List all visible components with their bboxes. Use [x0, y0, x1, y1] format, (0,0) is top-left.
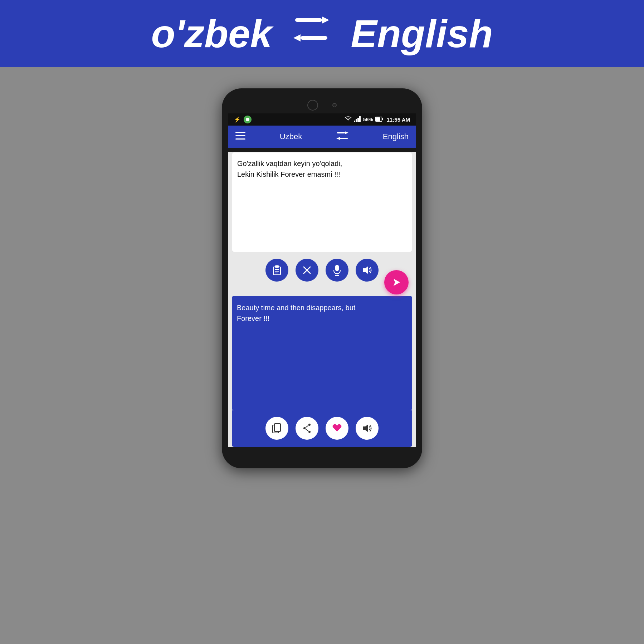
- share-button[interactable]: [296, 417, 318, 440]
- favorite-button[interactable]: [326, 417, 348, 440]
- phone-bottom: [228, 447, 416, 458]
- svg-rect-14: [235, 138, 245, 140]
- svg-rect-26: [335, 265, 339, 271]
- svg-rect-6: [356, 119, 357, 122]
- app-swap-icon[interactable]: [336, 131, 348, 143]
- clear-button[interactable]: [296, 259, 318, 282]
- svg-rect-20: [275, 265, 279, 268]
- action-buttons-row: [228, 252, 416, 285]
- input-text: Go'zallik vaqtdan keyin yo'qoladi,Lekin …: [237, 158, 407, 180]
- svg-point-33: [308, 424, 311, 426]
- top-banner: o'zbek English: [0, 0, 644, 67]
- svg-rect-32: [274, 424, 280, 431]
- status-right-info: 56% 11:55 AM: [345, 116, 410, 123]
- status-time: 11:55 AM: [387, 117, 410, 123]
- svg-marker-16: [345, 131, 348, 134]
- svg-line-37: [306, 429, 308, 431]
- input-area[interactable]: Go'zallik vaqtdan keyin yo'qoladi,Lekin …: [232, 152, 412, 252]
- svg-rect-5: [354, 121, 355, 122]
- phone: ⚡ 56%: [222, 88, 422, 468]
- svg-marker-29: [363, 266, 368, 274]
- earpiece: [332, 103, 337, 107]
- speaker-input-button[interactable]: [356, 259, 379, 282]
- svg-marker-38: [363, 424, 368, 432]
- svg-line-36: [306, 425, 308, 428]
- clipboard-button[interactable]: [265, 259, 288, 282]
- svg-marker-3: [293, 34, 301, 42]
- svg-marker-18: [336, 137, 340, 140]
- svg-point-4: [246, 118, 249, 121]
- svg-rect-13: [235, 135, 245, 136]
- speaker-output-button[interactable]: [356, 417, 379, 440]
- svg-rect-11: [382, 118, 383, 120]
- mic-button[interactable]: [326, 259, 348, 282]
- status-left-icons: ⚡: [234, 116, 252, 123]
- notification-icon: [244, 116, 252, 123]
- app-target-lang[interactable]: English: [383, 132, 409, 141]
- svg-point-35: [303, 427, 306, 429]
- usb-icon: ⚡: [234, 116, 241, 123]
- phone-screen: Go'zallik vaqtdan keyin yo'qoladi,Lekin …: [228, 152, 416, 447]
- phone-top: [228, 96, 416, 113]
- app-source-lang[interactable]: Uzbek: [280, 132, 302, 141]
- signal-icon: [354, 116, 361, 123]
- svg-rect-7: [357, 118, 359, 122]
- svg-rect-12: [235, 132, 245, 133]
- battery-percent: 56%: [363, 117, 373, 122]
- svg-rect-15: [337, 132, 345, 133]
- svg-marker-30: [394, 279, 400, 286]
- svg-point-34: [308, 431, 311, 433]
- copy-output-button[interactable]: [265, 417, 288, 440]
- hamburger-menu-icon[interactable]: [235, 131, 245, 142]
- output-area: Beauty time and then disappears, butFore…: [232, 296, 412, 410]
- app-bar: Uzbek English: [228, 126, 416, 148]
- svg-rect-10: [376, 117, 380, 121]
- front-camera: [307, 100, 318, 111]
- status-bar: ⚡ 56%: [228, 113, 416, 126]
- output-buttons-row: [232, 410, 412, 447]
- battery-icon: [375, 117, 383, 123]
- phone-wrapper: ⚡ 56%: [222, 88, 422, 468]
- svg-rect-2: [301, 36, 327, 40]
- svg-marker-1: [322, 16, 329, 24]
- output-text: Beauty time and then disappears, butFore…: [237, 302, 407, 324]
- banner-swap-icon[interactable]: [293, 15, 329, 52]
- svg-rect-17: [340, 138, 348, 139]
- banner-source-lang[interactable]: o'zbek: [151, 11, 272, 56]
- svg-rect-8: [359, 116, 361, 122]
- wifi-icon: [345, 116, 352, 123]
- banner-target-lang[interactable]: English: [351, 11, 493, 56]
- svg-rect-0: [295, 18, 322, 22]
- send-button[interactable]: [384, 270, 409, 294]
